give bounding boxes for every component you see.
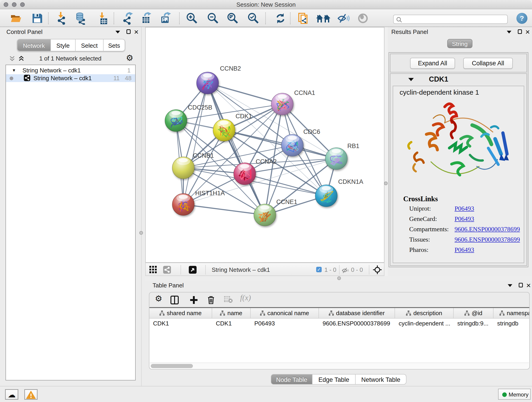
home-networks-icon[interactable]	[316, 12, 331, 25]
tab-style[interactable]: Style	[51, 39, 76, 51]
table-h-scrollbar[interactable]	[150, 363, 529, 369]
selected-checkbox-icon[interactable]: ✓	[316, 267, 322, 272]
minimize-window-button[interactable]	[12, 2, 17, 7]
import-database-icon[interactable]	[74, 12, 87, 25]
zoom-in-icon[interactable]	[186, 12, 198, 25]
zoom-selected-icon[interactable]	[247, 12, 260, 25]
save-session-icon[interactable]	[31, 12, 44, 25]
table-panel-float-icon[interactable]	[508, 284, 512, 287]
crosslink-link[interactable]: P06493	[455, 215, 474, 223]
grid-view-icon[interactable]	[149, 266, 157, 275]
collection-caret-icon[interactable]: ▼	[12, 66, 16, 74]
export-network-icon[interactable]	[121, 12, 134, 25]
table-panel-maximize-icon[interactable]	[519, 283, 523, 287]
left-splitter[interactable]	[137, 27, 145, 386]
horizontal-splitter[interactable]	[145, 276, 532, 281]
gene-caret-icon[interactable]	[408, 78, 414, 81]
network-node-CCNE1[interactable]	[254, 204, 276, 226]
table-cell[interactable]: CDK1	[212, 319, 251, 329]
search-input[interactable]	[393, 15, 508, 24]
close-window-button[interactable]	[4, 2, 8, 7]
import-table-icon[interactable]	[97, 12, 109, 25]
tab-network-table[interactable]: Network Table	[355, 374, 406, 385]
tab-network[interactable]: Network	[17, 39, 51, 51]
collapse-all-button[interactable]: Collapse All	[463, 58, 513, 69]
results-panel-close-icon[interactable]: ✕	[525, 29, 530, 35]
help-button[interactable]: ?	[516, 13, 527, 24]
export-table-icon[interactable]	[140, 12, 152, 25]
crosslink-link[interactable]: P06493	[455, 205, 474, 212]
table-cell[interactable]: stringdb	[494, 319, 529, 329]
add-column-icon[interactable]	[190, 296, 198, 306]
edge-CCNB2-HIST1H1A[interactable]	[183, 83, 208, 204]
show-columns-icon[interactable]	[171, 296, 179, 306]
column-header-description[interactable]: description	[395, 308, 454, 318]
copy-style-icon[interactable]	[297, 12, 310, 25]
network-node-CDK1[interactable]	[213, 119, 235, 141]
zoom-window-button[interactable]	[20, 2, 25, 7]
table-row[interactable]: CDK1CDK1P064939606.ENSP00000378699cyclin…	[149, 319, 529, 329]
right-splitter[interactable]	[385, 27, 388, 276]
results-panel-maximize-icon[interactable]	[518, 29, 522, 34]
column-header-canonicalname[interactable]: canonical name	[251, 308, 319, 318]
birdseye-view-icon[interactable]	[189, 266, 196, 274]
delete-table-icon[interactable]	[224, 296, 233, 305]
table-cell[interactable]: 9606.ENSP00000378699	[319, 319, 395, 329]
tab-sets[interactable]: Sets	[104, 39, 125, 51]
table-panel-close-icon[interactable]: ✕	[526, 283, 531, 288]
control-panel-float-icon[interactable]	[115, 31, 120, 33]
column-header-id[interactable]: @id	[454, 308, 494, 318]
crosslink-link[interactable]: 9606.ENSP00000378699	[455, 236, 520, 243]
function-builder-icon[interactable]: f(x)	[240, 293, 251, 302]
tab-select[interactable]: Select	[76, 39, 104, 51]
column-header-databaseidentifier[interactable]: database identifier	[319, 308, 395, 318]
control-panel-maximize-icon[interactable]	[127, 29, 131, 34]
column-header-name[interactable]: name	[212, 308, 251, 318]
tab-edge-table[interactable]: Edge Table	[312, 374, 355, 385]
table-cell[interactable]: CDK1	[149, 319, 212, 329]
network-options-gear-icon[interactable]: ⚙	[126, 53, 133, 63]
table-cell[interactable]: stringdb:9...	[454, 319, 494, 329]
export-image-icon[interactable]	[159, 12, 172, 25]
network-node-HIST1H1A[interactable]	[172, 193, 194, 216]
show-graphics-icon[interactable]	[356, 12, 369, 25]
table-cell[interactable]: P06493	[251, 319, 319, 329]
edge-HIST1H1A-CCNE1[interactable]	[183, 204, 265, 215]
network-node-CCNB1[interactable]	[172, 157, 194, 179]
table-settings-gear-icon[interactable]: ⚙	[155, 294, 162, 303]
fit-selected-crosshair-icon[interactable]	[373, 265, 382, 276]
zoom-out-icon[interactable]	[207, 12, 220, 25]
warnings-button[interactable]	[24, 389, 38, 400]
network-collection-row[interactable]: ▼ String Network – cdk1 1	[6, 66, 135, 74]
network-node-RB1[interactable]	[325, 148, 347, 170]
expand-all-button[interactable]: Expand All	[410, 58, 455, 69]
network-row[interactable]: String Network – cdk1 11 48	[6, 74, 135, 82]
column-header-sharedname[interactable]: shared name	[149, 308, 212, 318]
memory-button[interactable]: Memory	[498, 389, 531, 400]
horizontal-splitter-handle[interactable]	[337, 276, 341, 280]
import-network-icon[interactable]	[56, 12, 68, 25]
gene-section-header[interactable]: CDK1	[390, 74, 526, 85]
tab-node-table[interactable]: Node Table	[271, 374, 312, 385]
network-node-CCNB2[interactable]	[196, 72, 219, 94]
left-splitter-handle[interactable]	[139, 231, 143, 235]
network-canvas[interactable]: CCNB2CCNA1CDC25BCDK1CDC6RB1CCNB1CCNA2CDK…	[145, 27, 385, 263]
tab-string[interactable]: String	[447, 39, 472, 48]
table-cell[interactable]: cyclin-dependent ...	[395, 319, 454, 329]
hide-unhide-icon[interactable]	[337, 12, 350, 25]
network-node-CDC6[interactable]	[281, 134, 303, 156]
network-node-CCNA2[interactable]	[234, 163, 256, 185]
network-node-CDKN1A[interactable]	[315, 185, 337, 207]
column-header-namespace[interactable]: namespace	[494, 308, 529, 318]
crosslink-link[interactable]: P06493	[455, 246, 474, 254]
refresh-icon[interactable]	[274, 12, 287, 25]
open-session-icon[interactable]	[10, 12, 22, 25]
network-node-CCNA1[interactable]	[271, 93, 293, 115]
results-panel-float-icon[interactable]	[507, 31, 511, 33]
cloud-status-button[interactable]: ☁	[5, 389, 18, 400]
delete-column-icon[interactable]	[207, 296, 215, 306]
crosslink-link[interactable]: 9606.ENSP00000378699	[455, 225, 520, 233]
table-h-scrollbar-thumb[interactable]	[151, 364, 193, 368]
zoom-fit-icon[interactable]	[226, 12, 239, 25]
string-view-icon[interactable]	[163, 266, 171, 274]
